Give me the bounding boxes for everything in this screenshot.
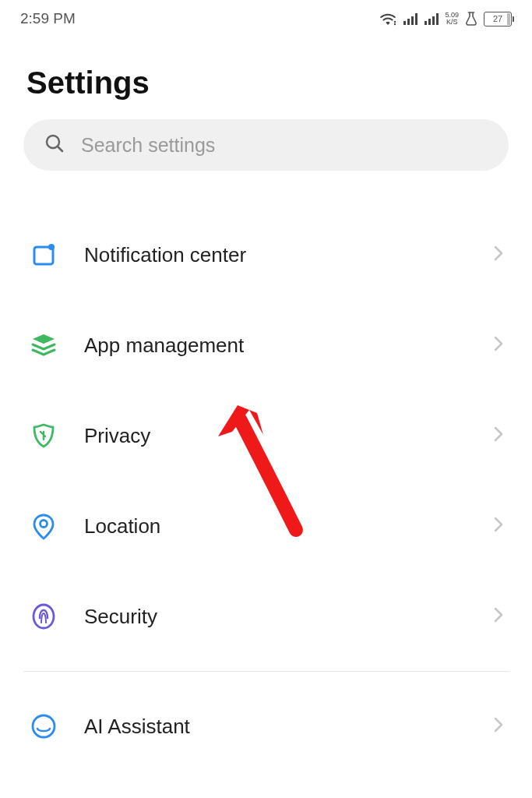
notification-icon: [26, 238, 61, 272]
settings-item-security[interactable]: Security: [0, 571, 532, 662]
svg-rect-6: [425, 21, 427, 25]
status-time: 2:59 PM: [20, 10, 76, 27]
svg-point-16: [33, 605, 54, 628]
search-icon: [44, 132, 65, 157]
svg-line-12: [58, 147, 62, 151]
ai-assistant-icon: [26, 709, 61, 743]
settings-item-label: Privacy: [84, 424, 493, 448]
svg-rect-5: [415, 13, 417, 25]
svg-rect-3: [407, 19, 410, 25]
privacy-icon: [26, 418, 61, 453]
wifi-icon: [379, 12, 397, 26]
search-input[interactable]: [81, 134, 488, 157]
chevron-right-icon: [493, 245, 509, 265]
battery-level: 27: [493, 14, 502, 23]
chevron-right-icon: [493, 716, 509, 736]
security-icon: [26, 599, 61, 634]
settings-item-label: Location: [84, 514, 493, 538]
settings-item-label: Security: [84, 605, 493, 629]
settings-item-privacy[interactable]: Privacy: [0, 390, 532, 481]
svg-rect-7: [428, 19, 431, 25]
chevron-right-icon: [493, 335, 509, 355]
svg-point-17: [33, 715, 55, 737]
svg-rect-2: [403, 21, 406, 25]
app-management-icon: [26, 328, 61, 362]
svg-point-15: [41, 521, 48, 528]
svg-rect-9: [436, 13, 439, 25]
speed-unit: K/S: [446, 19, 458, 26]
status-icons: 5.09 K/S 27: [379, 11, 512, 26]
section-divider: [23, 671, 509, 672]
settings-item-label: AI Assistant: [84, 715, 493, 739]
settings-item-ai-assistant[interactable]: AI Assistant: [0, 681, 532, 772]
chevron-right-icon: [493, 516, 509, 536]
flask-icon: [464, 11, 478, 26]
signal-icon-2: [424, 12, 439, 25]
signal-icon-1: [403, 12, 418, 25]
page-title: Settings: [0, 34, 532, 119]
status-bar: 2:59 PM: [0, 0, 532, 34]
chevron-right-icon: [493, 606, 509, 627]
svg-point-0: [394, 21, 396, 23]
settings-item-notification-center[interactable]: Notification center: [0, 210, 532, 300]
settings-item-label: Notification center: [84, 243, 493, 267]
svg-point-14: [48, 244, 55, 250]
search-bar[interactable]: [23, 119, 509, 171]
battery-indicator: 27: [484, 12, 512, 26]
svg-rect-4: [411, 16, 414, 25]
svg-rect-8: [432, 16, 435, 25]
settings-item-app-management[interactable]: App management: [0, 300, 532, 390]
location-icon: [26, 509, 61, 543]
network-speed-indicator: 5.09 K/S: [445, 12, 459, 26]
settings-item-label: App management: [84, 334, 493, 358]
chevron-right-icon: [493, 425, 509, 446]
svg-point-1: [394, 23, 396, 25]
settings-item-location[interactable]: Location: [0, 481, 532, 571]
